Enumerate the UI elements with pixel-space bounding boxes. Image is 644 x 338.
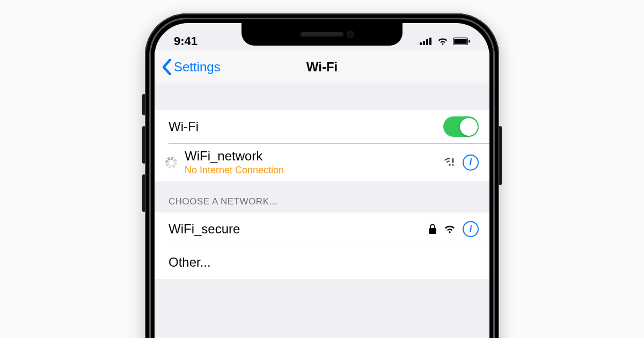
page-title: Wi-Fi (306, 60, 338, 75)
nav-bar: Settings Wi-Fi (155, 50, 489, 84)
status-time: 9:41 (174, 34, 197, 48)
svg-rect-0 (420, 42, 422, 45)
svg-point-8 (452, 164, 453, 165)
loading-spinner-icon (165, 157, 177, 168)
volume-up-button (142, 126, 145, 164)
wifi-toggle[interactable] (443, 116, 479, 137)
mute-switch (142, 94, 145, 115)
other-network-row[interactable]: Other... (155, 246, 489, 279)
other-network-label: Other... (169, 255, 211, 270)
svg-rect-2 (426, 39, 428, 45)
wifi-toggle-row[interactable]: Wi-Fi (155, 110, 489, 143)
screen: 9:41 (155, 23, 489, 338)
network-name: WiFi_secure (169, 222, 240, 237)
power-button (499, 126, 502, 185)
choose-network-header: Choose a Network... (155, 181, 489, 212)
info-icon[interactable]: i (463, 155, 479, 171)
svg-rect-6 (469, 40, 470, 43)
front-camera (347, 31, 354, 38)
current-network-row[interactable]: WiFi_network No Internet Connection i (155, 143, 489, 181)
svg-rect-9 (429, 228, 436, 234)
svg-rect-3 (429, 38, 431, 45)
network-row[interactable]: WiFi_secure i (155, 212, 489, 246)
battery-icon (453, 38, 470, 45)
lock-icon (428, 224, 437, 234)
chevron-left-icon (162, 59, 172, 75)
device-frame: 9:41 (145, 13, 499, 338)
svg-rect-5 (454, 39, 467, 44)
back-button[interactable]: Settings (162, 59, 221, 75)
wifi-signal-icon (443, 224, 456, 234)
back-label: Settings (174, 60, 221, 75)
wifi-toggle-label: Wi-Fi (169, 119, 199, 134)
current-network-name: WiFi_network (185, 149, 284, 164)
wifi-icon (437, 37, 449, 46)
svg-rect-1 (423, 41, 425, 45)
current-network-status: No Internet Connection (185, 165, 284, 176)
notch (241, 23, 402, 46)
wifi-warning-icon (443, 157, 456, 168)
speaker-grille (301, 32, 343, 36)
info-icon[interactable]: i (463, 221, 479, 237)
volume-down-button (142, 174, 145, 212)
svg-rect-7 (452, 158, 454, 163)
cellular-icon (420, 38, 433, 45)
